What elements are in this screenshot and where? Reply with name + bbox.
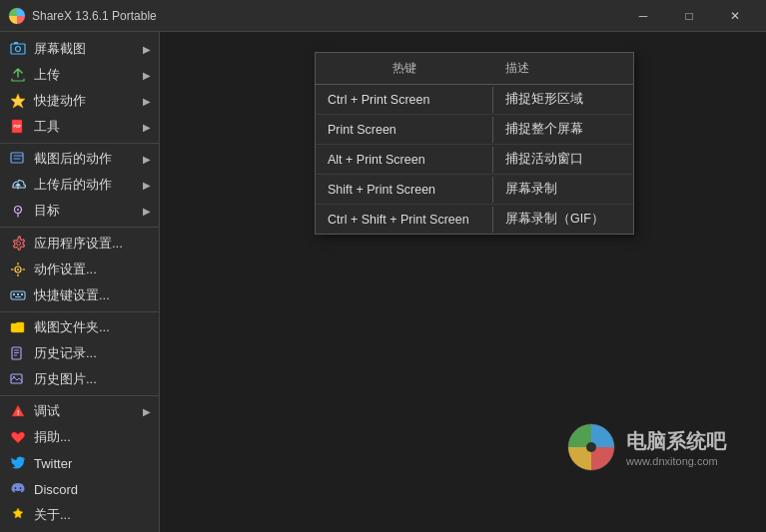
submenu-key-4: Ctrl + Shift + Print Screen: [316, 207, 493, 233]
sidebar-item-about[interactable]: 关于...: [0, 502, 159, 528]
histpic-label: 历史图片...: [34, 370, 97, 388]
window-title: ShareX 13.6.1 Portable: [32, 9, 620, 23]
submenu-key-0: Ctrl + Print Screen: [316, 87, 493, 113]
upload-label: 上传: [34, 66, 60, 84]
sidebar-item-twitter[interactable]: Twitter: [0, 450, 159, 476]
about-icon: [8, 505, 28, 525]
submenu-header-desc: 描述: [493, 57, 633, 80]
svg-text:PDF: PDF: [14, 124, 23, 129]
submenu-desc-3: 屏幕录制: [493, 175, 633, 204]
actionsettings-label: 动作设置...: [34, 261, 97, 278]
minimize-button[interactable]: ─: [620, 0, 666, 32]
debug-arrow: ▶: [143, 406, 151, 417]
submenu-desc-2: 捕捉活动窗口: [493, 145, 633, 174]
sidebar-item-debug[interactable]: ! 调试 ▶: [0, 398, 159, 424]
svg-point-10: [17, 241, 21, 245]
svg-marker-30: [13, 508, 23, 518]
sidebar-item-tools[interactable]: PDF 工具 ▶: [0, 114, 159, 140]
app-body: 屏幕截图 ▶ 上传 ▶ 快捷动作 ▶ PDF: [0, 32, 766, 532]
svg-text:!: !: [17, 409, 19, 416]
aftercapture-label: 截图后的动作: [34, 150, 112, 168]
sidebar-item-destination[interactable]: 目标 ▶: [0, 198, 159, 224]
debug-label: 调试: [34, 402, 60, 420]
aftercapture-arrow: ▶: [143, 154, 151, 165]
twitter-icon: [8, 453, 28, 473]
content-area: 热键 描述 Ctrl + Print Screen 捕捉矩形区域 Print S…: [160, 32, 766, 532]
donate-icon: [8, 427, 28, 447]
submenu-row-4[interactable]: Ctrl + Shift + Print Screen 屏幕录制（GIF）: [316, 205, 633, 234]
quickactions-label: 快捷动作: [34, 92, 86, 110]
screenshot-arrow: ▶: [143, 44, 151, 55]
submenu-desc-4: 屏幕录制（GIF）: [493, 205, 633, 234]
sidebar-item-history[interactable]: 历史记录...: [0, 340, 159, 366]
svg-rect-7: [11, 153, 23, 163]
sidebar-item-folder[interactable]: 截图文件夹...: [0, 314, 159, 340]
close-button[interactable]: ✕: [712, 0, 758, 32]
appsettings-icon: [8, 234, 28, 254]
twitter-label: Twitter: [34, 456, 72, 471]
svg-point-27: [13, 376, 15, 378]
sidebar-item-screenshot[interactable]: 屏幕截图 ▶: [0, 36, 159, 62]
submenu-key-3: Shift + Print Screen: [316, 177, 493, 203]
submenu-header: 热键 描述: [316, 53, 633, 85]
discord-label: Discord: [34, 482, 78, 497]
sidebar-item-hotkeys[interactable]: 快捷键设置...: [0, 282, 159, 308]
history-icon: [8, 343, 28, 363]
sidebar: 屏幕截图 ▶ 上传 ▶ 快捷动作 ▶ PDF: [0, 32, 160, 532]
svg-rect-2: [14, 42, 18, 44]
debug-icon: !: [8, 401, 28, 421]
afterupload-icon: [8, 175, 28, 195]
sidebar-item-quickactions[interactable]: 快捷动作 ▶: [0, 88, 159, 114]
svg-marker-4: [11, 94, 25, 108]
aftercapture-icon: [8, 149, 28, 169]
sidebar-item-actionsettings[interactable]: 动作设置...: [0, 257, 159, 282]
svg-rect-21: [15, 296, 21, 297]
histpic-icon: [8, 369, 28, 389]
sidebar-item-discord[interactable]: Discord: [0, 476, 159, 502]
sidebar-item-aftercapture[interactable]: 截图后的动作 ▶: [0, 146, 159, 172]
submenu-row-1[interactable]: Print Screen 捕捉整个屏幕: [316, 115, 633, 145]
brand-text-area: 电脑系统吧 www.dnxitong.com: [626, 428, 726, 467]
svg-point-3: [16, 47, 21, 52]
submenu-header-hotkey: 热键: [316, 57, 493, 80]
sidebar-item-donate[interactable]: 捐助...: [0, 424, 159, 450]
screenshot-label: 屏幕截图: [34, 40, 86, 58]
donate-label: 捐助...: [34, 428, 71, 446]
hotkeys-icon: [8, 285, 28, 305]
brand-url: www.dnxitong.com: [626, 455, 726, 467]
folder-label: 截图文件夹...: [34, 318, 110, 336]
sidebar-item-histpic[interactable]: 历史图片...: [0, 366, 159, 392]
afterupload-arrow: ▶: [143, 180, 151, 191]
about-label: 关于...: [34, 506, 71, 524]
submenu-key-2: Alt + Print Screen: [316, 147, 493, 173]
sidebar-item-appsettings[interactable]: 应用程序设置...: [0, 231, 159, 257]
maximize-button[interactable]: □: [666, 0, 712, 32]
sidebar-item-upload[interactable]: 上传 ▶: [0, 62, 159, 88]
screenshot-icon: [8, 39, 28, 59]
folder-icon: [8, 317, 28, 337]
upload-arrow: ▶: [143, 70, 151, 81]
svg-point-32: [586, 442, 596, 452]
sidebar-item-afterupload[interactable]: 上传后的动作 ▶: [0, 172, 159, 198]
destination-label: 目标: [34, 202, 60, 220]
tools-label: 工具: [34, 118, 60, 136]
tools-arrow: ▶: [143, 122, 151, 133]
svg-rect-19: [17, 293, 19, 295]
submenu-row-0[interactable]: Ctrl + Print Screen 捕捉矩形区域: [316, 85, 633, 115]
destination-icon: [8, 201, 28, 221]
brand-area: 电脑系统吧 www.dnxitong.com: [566, 422, 726, 472]
svg-rect-20: [21, 293, 23, 295]
svg-rect-18: [13, 293, 15, 295]
quickactions-arrow: ▶: [143, 96, 151, 107]
submenu-key-1: Print Screen: [316, 117, 493, 143]
tools-icon: PDF: [8, 117, 28, 137]
svg-rect-22: [12, 347, 21, 359]
svg-point-9: [17, 209, 19, 211]
submenu-desc-0: 捕捉矩形区域: [493, 85, 633, 114]
hotkeys-label: 快捷键设置...: [34, 286, 110, 304]
submenu-row-2[interactable]: Alt + Print Screen 捕捉活动窗口: [316, 145, 633, 175]
brand-logo-icon: [566, 422, 616, 472]
submenu-row-3[interactable]: Shift + Print Screen 屏幕录制: [316, 175, 633, 205]
destination-arrow: ▶: [143, 206, 151, 217]
quickactions-icon: [8, 91, 28, 111]
